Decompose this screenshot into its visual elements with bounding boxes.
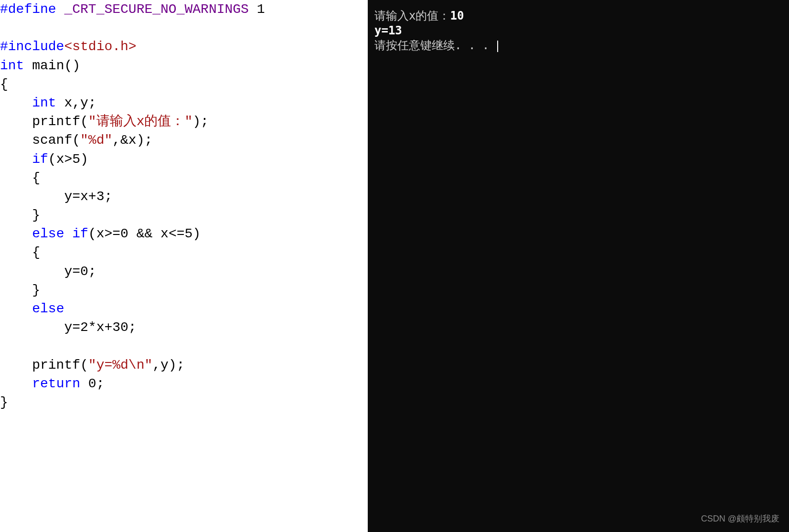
code-line-2[interactable] <box>0 19 368 37</box>
code-line-17[interactable]: else <box>0 299 368 318</box>
code-line-5[interactable]: { <box>0 75 368 94</box>
code-line-16[interactable]: } <box>0 281 368 299</box>
keyword-if: if <box>72 226 88 241</box>
keyword-else: else <box>32 226 64 241</box>
code-line-6[interactable]: int x,y; <box>0 94 368 112</box>
preproc-include: #include <box>0 39 64 54</box>
console-line-2: y=13 <box>374 23 782 38</box>
code-editor-pane[interactable]: #define _CRT_SECURE_NO_WARNINGS 1 #inclu… <box>0 0 368 532</box>
main-decl: main() <box>24 58 80 73</box>
keyword-return: return <box>32 376 80 391</box>
code-line-1[interactable]: #define _CRT_SECURE_NO_WARNINGS 1 <box>0 0 368 19</box>
watermark-label: CSDN @颇特别我废 <box>701 513 779 524</box>
code-line-11[interactable]: y=x+3; <box>0 187 368 206</box>
code-line-7[interactable]: printf("请输入x的值："); <box>0 112 368 131</box>
output-value: y=13 <box>374 24 402 37</box>
code-line-13[interactable]: else if(x>=0 && x<=5) <box>0 224 368 243</box>
string-literal: "y=%d\n" <box>88 358 152 372</box>
console-line-1: 请输入x的值：10 <box>374 9 782 23</box>
code-line-4[interactable]: int main() <box>0 56 368 75</box>
code-line-22[interactable]: } <box>0 393 368 412</box>
code-line-3[interactable]: #include<stdio.h> <box>0 37 368 56</box>
console-line-3: 请按任意键继续. . . <box>374 38 782 53</box>
code-line-10[interactable]: { <box>0 169 368 187</box>
preproc-define: #define <box>0 2 56 17</box>
user-input-value: 10 <box>450 9 464 22</box>
prompt-label: 请输入x的值： <box>374 9 450 22</box>
code-line-14[interactable]: { <box>0 243 368 262</box>
cursor-icon <box>497 41 498 52</box>
macro-value: 1 <box>249 2 265 17</box>
code-line-18[interactable]: y=2*x+30; <box>0 318 368 337</box>
macro-name: _CRT_SECURE_NO_WARNINGS <box>56 2 249 17</box>
keyword-if: if <box>32 152 48 167</box>
include-path: <stdio.h> <box>64 39 136 54</box>
type-int: int <box>32 96 56 110</box>
console-output-pane[interactable]: 请输入x的值：10 y=13 请按任意键继续. . . CSDN @颇特别我废 <box>368 0 789 532</box>
string-literal: "%d" <box>80 133 112 148</box>
code-line-8[interactable]: scanf("%d",&x); <box>0 131 368 149</box>
code-line-20[interactable]: printf("y=%d\n",y); <box>0 356 368 374</box>
code-line-9[interactable]: if(x>5) <box>0 150 368 169</box>
keyword-else: else <box>32 301 64 316</box>
code-line-19[interactable] <box>0 337 368 355</box>
code-line-21[interactable]: return 0; <box>0 374 368 393</box>
code-line-12[interactable]: } <box>0 206 368 224</box>
type-int: int <box>0 58 24 73</box>
string-literal: "请输入x的值：" <box>88 114 192 129</box>
press-any-key: 请按任意键继续. . . <box>374 39 496 52</box>
code-line-15[interactable]: y=0; <box>0 262 368 281</box>
